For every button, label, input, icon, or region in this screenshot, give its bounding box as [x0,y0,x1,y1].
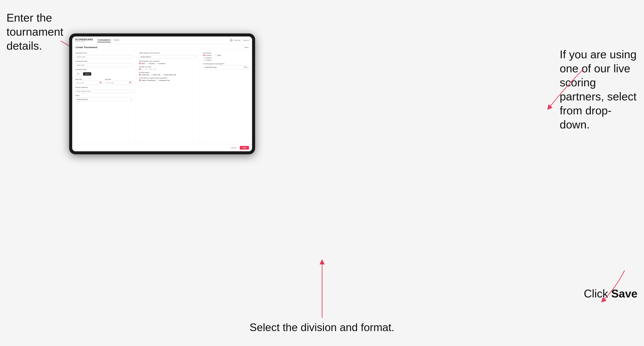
logo-upload-area: Upload [75,71,133,77]
format-type-group: Format type 5 count 4 6 count 4 [203,52,249,61]
radio-match-circle [150,74,152,76]
cancel-button[interactable]: Cancel [229,146,238,150]
annotation-bottom-right: Click Save [584,287,638,301]
tournament-name-input[interactable] [75,63,133,67]
teams-options: Teams (+Individuals) Individuals Only [139,79,196,81]
back-button[interactable]: Back [244,46,248,48]
radio-5count4-circle [203,54,205,56]
format-6count4-label: 6 count 4 [205,57,212,58]
format-6count4[interactable]: 6 count 4 [203,57,212,58]
start-date-input[interactable]: Pick a date 📅 [75,81,103,85]
radio-medal-circle [162,74,164,76]
format-5count4-label: 5 count 4 [205,55,212,56]
scoring-label: Scoring system [139,72,196,73]
rounds-label: Number of rounds [139,66,196,68]
venue-group: Venue Search golf club [75,95,133,101]
individuals-only[interactable]: Individuals Only [157,79,170,81]
rounds-options: 1 2 3 4 [139,68,196,70]
form-footer: Cancel Save [72,144,252,151]
annotation-top-right: If you are using one of our live scoring… [560,47,638,132]
format-type-options: 5 count 4 6 count 4 6 count 5 [203,54,249,61]
tab-teams[interactable]: TEAMS [113,38,119,42]
gender-mens-label: Mens [142,63,145,64]
gender-mens[interactable]: Mens [139,63,145,64]
teams-plus-individuals[interactable]: Teams (+Individuals) [139,79,155,81]
venue-select[interactable]: Search golf club [75,98,133,101]
form-col-1: Tournament Host Tournament name Tourname… [72,50,136,144]
brand-subtitle: Powered by clippit [75,41,93,42]
tablet-screen: SCOREBOARD Powered by clippit TOURNAMENT… [72,36,252,151]
save-button[interactable]: Save [240,146,249,150]
scoring-medal-label: Medal Match Play [164,74,176,76]
upload-button[interactable]: Upload [83,72,91,76]
rounds-3-label: 3 [150,68,151,70]
live-scoring-label: Use third-party live scoring API? [203,63,249,65]
end-date-placeholder: Pick a date [106,82,114,84]
end-date-label: End date [105,79,133,80]
start-date-placeholder: Pick a date [77,82,84,84]
form-col-2: Which division is the event for? NCAA Di… [136,50,200,144]
tournament-host-input[interactable] [75,55,133,59]
format-6count5[interactable]: 6 count 5 [203,59,212,61]
form-col-3: Format type 5 count 4 6 count 4 [200,50,252,144]
page-header: Create Tournament Back [72,44,252,50]
calendar-icon: 📅 [100,82,102,84]
live-scoring-value: Leaderboard King [204,66,216,68]
sponsor-label: Sponsor (optional) [75,87,133,88]
teams-plus-label: Teams (+Individuals) [142,80,155,81]
radio-combined-circle [156,63,158,64]
division-select[interactable]: NCAA Division I [139,55,196,59]
sponsor-input[interactable] [75,89,133,93]
tournament-logo-label: Tournament logo [75,69,133,70]
gender-group: Which gender is the event for? Mens Wome… [139,60,196,64]
tournament-host-group: Tournament Host [75,52,133,59]
scoring-medal-match-play[interactable]: Medal Match Play [162,74,176,76]
rounds-3[interactable]: 3 [148,68,151,70]
scoring-group: Scoring system Stroke Play Match Play [139,72,196,76]
form-body: Tournament Host Tournament name Tourname… [72,50,252,144]
division-label: Which division is the event for? [139,52,196,54]
svg-point-1 [78,73,78,74]
rounds-1[interactable]: 1 [139,68,142,70]
scoring-stroke-play[interactable]: Stroke Play [139,74,149,76]
radio-rounds-2-circle [144,68,145,70]
badge-x[interactable]: ✕ [244,66,246,68]
live-scoring-field[interactable]: Leaderboard King ✕ ▾ [203,65,249,69]
gender-womens[interactable]: Womens [146,63,155,64]
annotation-top-left: Enter the tournament details. [6,11,67,53]
radio-6count5-circle [203,59,205,61]
tournament-name-group: Tournament name [75,60,133,67]
start-date-label: Start date [75,79,103,80]
format-type-label: Format type [203,52,249,54]
rounds-4[interactable]: 4 [152,68,156,70]
radio-mens-circle [139,63,141,64]
tournament-host-label: Tournament Host [75,52,133,54]
date-group: Start date Pick a date 📅 End date Pick a… [75,79,133,85]
division-select-wrapper: NCAA Division I [139,54,196,59]
format-right: Other [215,54,221,61]
badge-chevron[interactable]: ▾ [246,66,247,68]
annotation-bottom-center: Select the division and format. [250,321,394,334]
gender-combined[interactable]: Combined [156,63,166,64]
sponsor-group: Sponsor (optional) [75,87,133,93]
format-other-label: Other [218,55,221,56]
tablet-device: SCOREBOARD Powered by clippit TOURNAMENT… [69,33,255,154]
navigation-bar: SCOREBOARD Powered by clippit TOURNAMENT… [72,36,252,44]
end-date-group: End date Pick a date 📅 [105,79,133,85]
end-date-input[interactable]: Pick a date 📅 [105,81,133,85]
sign-out-link[interactable]: Sign out [244,39,249,41]
scoring-match-play[interactable]: Match Play [150,74,160,76]
teams-label: Is this event for Teams and/or Individua… [139,77,196,79]
format-other[interactable]: Other [215,54,221,56]
radio-rounds-1-circle [139,68,141,70]
radio-other-circle [215,54,217,56]
radio-6count4-circle [203,57,205,58]
format-5count4[interactable]: 5 count 4 [203,54,212,56]
nav-tabs: TOURNAMENTS TEAMS [97,38,230,42]
rounds-1-label: 1 [142,68,142,70]
rounds-2[interactable]: 2 [144,68,147,70]
gender-label: Which gender is the event for? [139,60,196,62]
start-date-group: Start date Pick a date 📅 [75,79,103,85]
user-name: Test User [234,39,240,41]
tab-tournaments[interactable]: TOURNAMENTS [97,38,111,42]
